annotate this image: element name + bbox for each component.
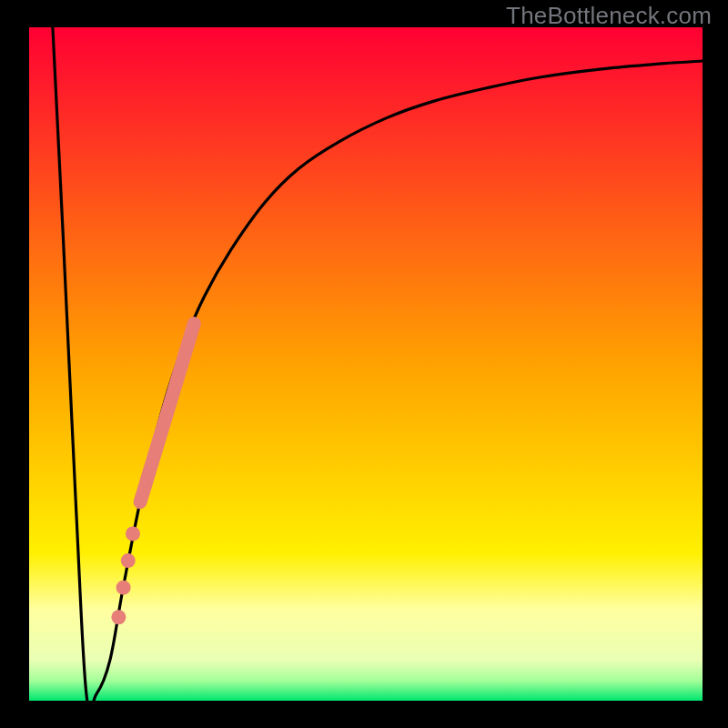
ridge-dot [116,581,131,595]
ridge-dot [121,553,136,568]
ridge-dot [126,526,140,541]
ridge-dot [111,610,126,624]
chart-svg [0,0,728,728]
